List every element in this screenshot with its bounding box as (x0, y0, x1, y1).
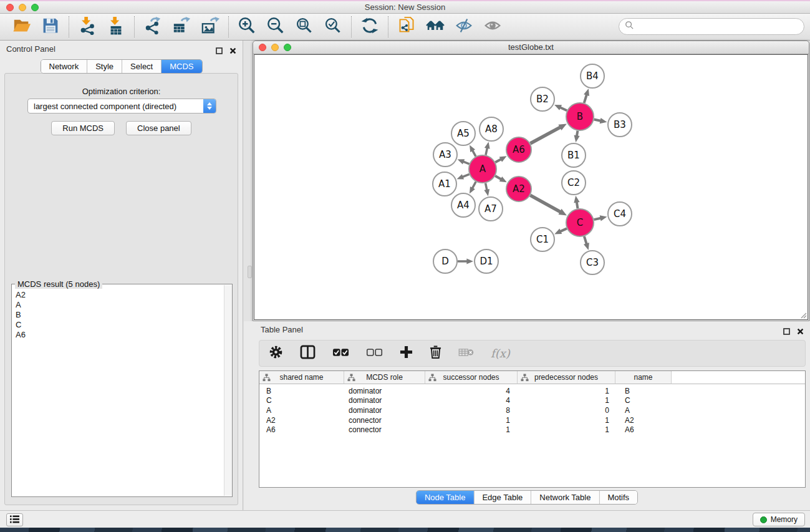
save-session-button[interactable] (41, 17, 60, 37)
resize-grip-icon[interactable] (799, 311, 807, 319)
result-item[interactable]: A (16, 300, 232, 310)
function-builder-button[interactable]: f(x) (491, 347, 510, 360)
homes-button[interactable] (425, 17, 445, 37)
graph-node-label: B1 (567, 150, 580, 161)
table-row[interactable]: A2connector11A2 (259, 415, 805, 425)
zoom-in-icon (238, 16, 256, 37)
show-columns-button[interactable] (300, 345, 316, 362)
graph-edge-B-B4[interactable] (584, 94, 587, 103)
result-item[interactable]: B (16, 310, 232, 320)
graph-edge-A2-C[interactable] (530, 195, 561, 212)
graph-node-label: A2 (513, 183, 525, 195)
zoom-fit-button[interactable] (294, 17, 314, 37)
float-panel-icon[interactable] (216, 46, 223, 57)
graph-edge-C-C3[interactable] (584, 236, 587, 244)
select-all-button[interactable] (332, 348, 349, 359)
zoom-out-button[interactable] (266, 17, 286, 37)
network-window-titlebar[interactable]: testGlobe.txt (253, 41, 809, 54)
panel-splitter-grip[interactable] (248, 266, 252, 278)
graph-arrowhead-icon (458, 159, 465, 164)
column-type-icon (521, 374, 529, 384)
control-panel-title: Control Panel (6, 41, 55, 57)
result-item[interactable]: A6 (16, 330, 232, 340)
hide-elements-button[interactable] (454, 17, 474, 37)
column-header-predecessor-nodes[interactable]: predecessor nodes (518, 371, 615, 384)
memory-status-icon (760, 516, 767, 523)
task-history-button[interactable] (6, 513, 23, 526)
result-scrollbar[interactable] (224, 285, 232, 496)
graph-arrowhead-icon (584, 89, 589, 96)
table-settings-button[interactable] (269, 345, 283, 362)
apply-layout-button[interactable] (360, 17, 380, 37)
table-toolbar: f(x) (259, 340, 806, 367)
graph-arrowhead-icon (584, 243, 589, 250)
tab-node-table[interactable]: Node Table (417, 491, 475, 504)
delete-table-button[interactable] (458, 347, 474, 360)
optimization-criterion-label: Optimization criterion: (5, 87, 238, 96)
graph-node-label: A1 (438, 178, 451, 190)
import-network-icon (78, 16, 97, 37)
run-mcds-button[interactable]: Run MCDS (51, 121, 115, 135)
close-table-panel-icon[interactable] (797, 326, 804, 337)
zoom-in-button[interactable] (237, 17, 257, 37)
tab-edge-table[interactable]: Edge Table (474, 491, 531, 504)
graph-node-label: C1 (536, 234, 549, 245)
search-input[interactable] (619, 18, 804, 35)
graph-node-label: D1 (480, 256, 493, 267)
zoom-selected-button[interactable] (323, 17, 343, 37)
delete-columns-button[interactable] (430, 345, 441, 362)
control-panel-tabs: Network Style Select MCDS (40, 59, 202, 74)
tab-network-table[interactable]: Network Table (531, 491, 599, 504)
graph-node-label: C3 (586, 257, 599, 268)
unchecked-boxes-icon (366, 348, 383, 359)
show-elements-button[interactable] (483, 17, 503, 37)
open-session-button[interactable] (12, 17, 32, 37)
table-row[interactable]: Cdominator41C (259, 396, 805, 406)
trash-icon (430, 351, 441, 361)
graph-node-label: A4 (457, 200, 470, 211)
graph-arrowhead-icon (485, 142, 490, 149)
export-table-button[interactable] (171, 17, 191, 37)
graph-node-label: B3 (614, 119, 626, 130)
tab-select[interactable]: Select (122, 60, 162, 73)
table-row[interactable]: Bdominator41B (259, 386, 805, 396)
network-canvas[interactable]: B4B2BB3A8A5A6A3B1AC2A1A2A4A7C4CC1DD1C3 (254, 54, 808, 320)
export-network-button[interactable] (143, 17, 163, 37)
column-header-successor-nodes[interactable]: successor nodes (425, 371, 518, 384)
result-item[interactable]: C (16, 320, 232, 330)
import-network-button[interactable] (77, 17, 97, 37)
mcds-result-list: A2 A B C A6 (12, 284, 232, 340)
network-zoom-button[interactable] (284, 44, 291, 51)
tab-network[interactable]: Network (41, 60, 87, 73)
export-image-button[interactable] (200, 17, 220, 37)
memory-button[interactable]: Memory (753, 513, 805, 526)
graph-edge-A6-B[interactable] (530, 127, 561, 143)
column-header-name[interactable]: name (615, 371, 672, 384)
column-header-mcds-role[interactable]: MCDS role (344, 371, 425, 384)
result-item[interactable]: A2 (16, 290, 232, 300)
table-row[interactable]: A6connector11A6 (259, 425, 805, 435)
float-table-panel-icon[interactable] (783, 326, 790, 337)
graph-node-label: A (480, 163, 486, 175)
search-icon (625, 21, 634, 32)
network-close-button[interactable] (259, 44, 266, 51)
mcds-panel: Optimization criterion: largest connecte… (4, 73, 238, 505)
session-title: Session: New Session (0, 1, 810, 14)
close-panel-button[interactable]: Close panel (126, 121, 191, 135)
tab-style[interactable]: Style (87, 60, 122, 73)
eye-slash-icon (455, 17, 473, 37)
add-column-button[interactable] (400, 346, 413, 361)
column-header-shared-name[interactable]: shared name (259, 371, 344, 384)
tab-motifs[interactable]: Motifs (599, 491, 637, 504)
unselect-all-button[interactable] (366, 348, 383, 359)
tab-mcds[interactable]: MCDS (162, 60, 201, 73)
table-row[interactable]: Adominator80A (259, 405, 805, 415)
eye-icon (483, 17, 502, 37)
import-table-button[interactable] (106, 17, 126, 37)
network-minimize-button[interactable] (271, 44, 279, 51)
table-panel: Table Panel f(x) shared name MCDS role s… (244, 321, 810, 510)
close-panel-icon[interactable] (229, 46, 236, 57)
new-network-from-selection-button[interactable] (397, 17, 417, 37)
optimization-criterion-select[interactable]: largest connected component (directed) (27, 99, 216, 114)
graph-node-label: C (577, 217, 583, 228)
